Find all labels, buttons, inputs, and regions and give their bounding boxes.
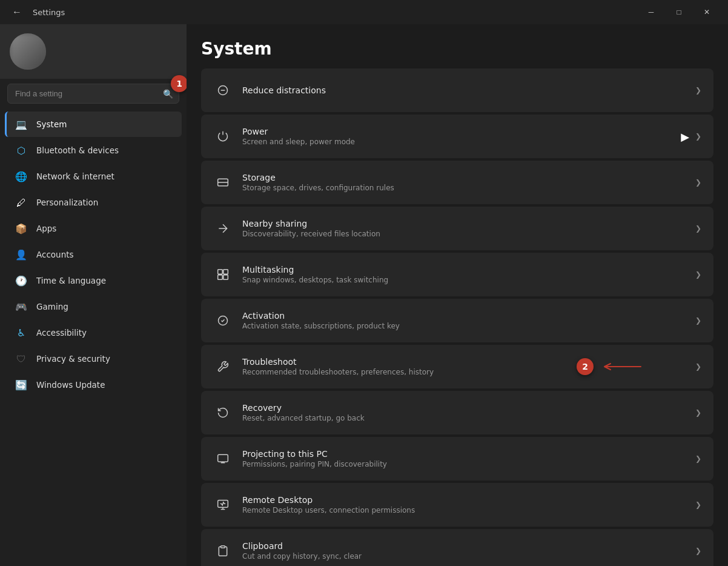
personalization-icon: 🖊 <box>15 196 28 209</box>
settings-item-storage[interactable]: Storage Storage space, drives, configura… <box>201 161 713 204</box>
time-icon: 🕐 <box>15 274 28 287</box>
sidebar-item-windows-update[interactable]: 🔄 Windows Update <box>5 372 182 398</box>
activation-subtitle: Activation state, subscriptions, product… <box>242 322 695 330</box>
settings-list: Reduce distractions ❯ Power Screen and s… <box>201 68 713 566</box>
settings-item-multitasking[interactable]: Multitasking Snap windows, desktops, tas… <box>201 253 713 296</box>
minimize-button[interactable]: ─ <box>637 2 665 22</box>
nearby-sharing-title: Nearby sharing <box>242 219 695 228</box>
power-subtitle: Screen and sleep, power mode <box>242 138 695 146</box>
sidebar-item-accessibility[interactable]: ♿ Accessibility <box>5 320 182 345</box>
reduce-distractions-chevron: ❯ <box>695 86 701 95</box>
reduce-distractions-title: Reduce distractions <box>242 85 695 95</box>
multitasking-subtitle: Snap windows, desktops, task switching <box>242 276 695 284</box>
content-area: System Reduce distractions ❯ Power <box>187 24 728 566</box>
sidebar-label-accounts: Accounts <box>36 250 74 259</box>
remote-desktop-title: Remote Desktop <box>242 495 695 505</box>
sidebar-item-bluetooth[interactable]: ⬡ Bluetooth & devices <box>5 138 182 163</box>
clipboard-icon <box>213 541 233 561</box>
settings-item-remote-desktop[interactable]: Remote Desktop Remote Desktop users, con… <box>201 483 713 527</box>
maximize-button[interactable]: □ <box>665 2 693 22</box>
recovery-title: Recovery <box>242 403 695 413</box>
projecting-icon <box>213 449 233 468</box>
recovery-chevron: ❯ <box>695 408 701 417</box>
annotation-2-container: 2 <box>577 358 647 375</box>
projecting-chevron: ❯ <box>695 454 701 463</box>
storage-subtitle: Storage space, drives, configuration rul… <box>242 184 695 192</box>
settings-item-projecting[interactable]: Projecting to this PC Permissions, pairi… <box>201 437 713 481</box>
avatar <box>10 33 46 70</box>
sidebar-item-gaming[interactable]: 🎮 Gaming <box>5 294 182 319</box>
app-title: Settings <box>33 8 65 17</box>
settings-item-troubleshoot[interactable]: Troubleshoot Recommended troubleshooters… <box>201 345 713 388</box>
windows-update-icon: 🔄 <box>15 378 28 391</box>
power-text: Power Screen and sleep, power mode <box>242 127 695 146</box>
user-avatar-section[interactable] <box>0 24 187 79</box>
sidebar-label-gaming: Gaming <box>36 302 68 311</box>
settings-item-power[interactable]: Power Screen and sleep, power mode ❯ ▶ <box>201 115 713 158</box>
activation-text: Activation Activation state, subscriptio… <box>242 311 695 330</box>
sidebar-label-system: System <box>36 119 67 129</box>
sidebar-item-accounts[interactable]: 👤 Accounts <box>5 242 182 267</box>
accounts-icon: 👤 <box>15 248 28 261</box>
settings-item-nearby-sharing[interactable]: Nearby sharing Discoverability, received… <box>201 207 713 250</box>
search-icon: 🔍 <box>163 89 173 99</box>
sidebar-item-apps[interactable]: 📦 Apps <box>5 216 182 241</box>
apps-icon: 📦 <box>15 222 28 235</box>
recovery-text: Recovery Reset, advanced startup, go bac… <box>242 403 695 422</box>
annotation-badge-1: 1 <box>171 75 187 92</box>
svg-rect-9 <box>218 454 228 462</box>
sidebar-label-bluetooth: Bluetooth & devices <box>36 145 119 155</box>
recovery-subtitle: Reset, advanced startup, go back <box>242 414 695 422</box>
sidebar-item-time[interactable]: 🕐 Time & language <box>5 268 182 293</box>
search-input[interactable] <box>7 84 179 104</box>
clipboard-title: Clipboard <box>242 541 695 551</box>
troubleshoot-chevron: ❯ <box>695 362 701 371</box>
sidebar-label-apps: Apps <box>36 224 56 233</box>
multitasking-text: Multitasking Snap windows, desktops, tas… <box>242 265 695 284</box>
annotation-arrow-2 <box>598 361 647 373</box>
svg-rect-4 <box>218 270 223 275</box>
clipboard-chevron: ❯ <box>695 547 701 555</box>
sidebar-label-accessibility: Accessibility <box>36 328 87 338</box>
settings-item-reduce-distractions[interactable]: Reduce distractions ❯ <box>201 68 713 112</box>
sidebar-item-system[interactable]: 💻 System <box>5 112 182 137</box>
accessibility-icon: ♿ <box>15 326 28 339</box>
remote-desktop-chevron: ❯ <box>695 501 701 509</box>
annotation-badge-2: 2 <box>577 358 594 375</box>
settings-item-clipboard[interactable]: Clipboard Cut and copy history, sync, cl… <box>201 529 713 566</box>
power-icon <box>213 127 233 146</box>
troubleshoot-icon <box>213 357 233 376</box>
sidebar-label-time: Time & language <box>36 276 106 285</box>
settings-item-recovery[interactable]: Recovery Reset, advanced startup, go bac… <box>201 391 713 434</box>
storage-chevron: ❯ <box>695 178 701 187</box>
clipboard-subtitle: Cut and copy history, sync, clear <box>242 552 695 561</box>
recovery-icon <box>213 403 233 422</box>
close-button[interactable]: ✕ <box>693 2 721 22</box>
reduce-distractions-text: Reduce distractions <box>242 85 695 95</box>
projecting-subtitle: Permissions, pairing PIN, discoverabilit… <box>242 460 695 468</box>
nearby-sharing-chevron: ❯ <box>695 224 701 233</box>
settings-item-activation[interactable]: Activation Activation state, subscriptio… <box>201 299 713 342</box>
sidebar-label-personalization: Personalization <box>36 198 98 207</box>
sidebar: 🔍 1 💻 System ⬡ Bluetooth & devices 🌐 Net… <box>0 24 187 566</box>
projecting-title: Projecting to this PC <box>242 449 695 459</box>
search-box[interactable]: 🔍 1 <box>7 84 179 104</box>
back-button[interactable]: ← <box>7 4 27 20</box>
main-layout: 🔍 1 💻 System ⬡ Bluetooth & devices 🌐 Net… <box>0 24 728 566</box>
nearby-sharing-text: Nearby sharing Discoverability, received… <box>242 219 695 238</box>
activation-title: Activation <box>242 311 695 321</box>
reduce-distractions-icon <box>213 81 233 100</box>
svg-rect-5 <box>223 270 228 275</box>
nearby-sharing-subtitle: Discoverability, received files location <box>242 230 695 238</box>
multitasking-icon <box>213 265 233 284</box>
power-title: Power <box>242 127 695 136</box>
gaming-icon: 🎮 <box>15 300 28 313</box>
nearby-sharing-icon <box>213 219 233 238</box>
sidebar-item-privacy[interactable]: 🛡 Privacy & security <box>5 346 182 371</box>
sidebar-item-network[interactable]: 🌐 Network & internet <box>5 164 182 189</box>
sidebar-label-privacy: Privacy & security <box>36 354 110 364</box>
privacy-icon: 🛡 <box>15 352 28 365</box>
sidebar-item-personalization[interactable]: 🖊 Personalization <box>5 190 182 215</box>
multitasking-title: Multitasking <box>242 265 695 275</box>
multitasking-chevron: ❯ <box>695 270 701 279</box>
